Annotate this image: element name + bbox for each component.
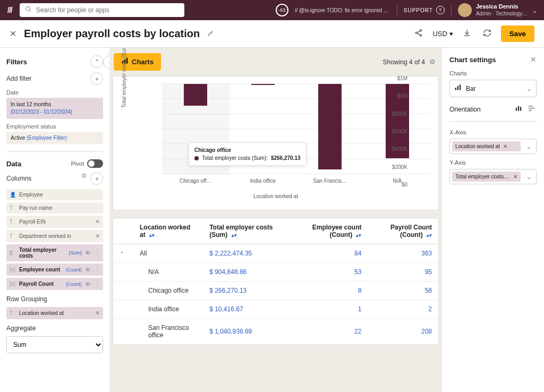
svg-rect-12 xyxy=(460,84,461,90)
column-item[interactable]: TDepartment worked in✕ xyxy=(6,230,103,242)
tooltip-color-dot xyxy=(194,156,199,160)
column-item[interactable]: [x]Payroll Count(Count)👁⋮ xyxy=(6,278,103,290)
table-header[interactable]: Employee count (Count) ▴▾ xyxy=(290,218,368,244)
user-name: Jessica Dennis xyxy=(476,3,528,10)
yaxis-select[interactable]: Total employer costs (S… ✕ ⌄ xyxy=(449,169,537,184)
remove-xaxis-icon[interactable]: ✕ xyxy=(503,143,507,149)
orientation-horizontal-icon[interactable] xyxy=(528,105,537,114)
user-menu[interactable]: Jessica Dennis Admin · Technology… ⌄ xyxy=(458,3,538,17)
column-item[interactable]: [x]Employee count(Count)👁⋮ xyxy=(6,263,103,276)
row-group-item[interactable]: T Location worked at ✕ xyxy=(6,307,103,319)
svg-rect-11 xyxy=(457,86,458,90)
table-row[interactable]: ⌃All$ 2,222,474.3584363 xyxy=(113,244,438,263)
column-type-icon: T xyxy=(10,219,16,225)
row-value[interactable]: $ 10,416.67 xyxy=(203,300,290,319)
svg-rect-17 xyxy=(529,108,535,109)
row-value[interactable]: 58 xyxy=(368,282,438,300)
currency-select[interactable]: USD ▾ xyxy=(432,30,453,38)
row-value[interactable]: 95 xyxy=(368,263,438,282)
remove-row-group-icon[interactable]: ✕ xyxy=(95,310,100,317)
remove-yaxis-icon[interactable]: ✕ xyxy=(513,174,517,180)
x-tick: San Francis… xyxy=(296,178,364,184)
search-icon xyxy=(25,6,32,14)
columns-settings-icon[interactable]: ⚙ xyxy=(81,172,87,185)
row-value[interactable]: $ 2,222,474.35 xyxy=(203,244,290,263)
column-item[interactable]: $Total employer costs(Sum)👁⋮ xyxy=(6,244,103,261)
table-row[interactable]: India office$ 10,416.6712 xyxy=(113,300,438,319)
emp-status-pill[interactable]: Active (Employee Filter) xyxy=(6,132,103,144)
counter-ring[interactable]: -63 xyxy=(276,4,288,16)
table-row[interactable]: Chicago office$ 266,270.13858 xyxy=(113,282,438,300)
sidebar-collapse-button[interactable]: ‹ xyxy=(103,55,109,69)
collapse-up-button[interactable]: ⌃ xyxy=(90,55,103,68)
visibility-icon[interactable]: 👁 xyxy=(85,267,91,273)
support-link[interactable]: SUPPORT ? xyxy=(404,6,445,14)
row-value[interactable]: 363 xyxy=(368,244,438,263)
date-filter-pill[interactable]: In last 12 months (01/12/2023 - 01/12/20… xyxy=(6,98,103,119)
edit-title-icon[interactable] xyxy=(207,29,215,38)
sort-icon[interactable]: ▴▾ xyxy=(427,233,432,238)
remove-column-icon[interactable]: ✕ xyxy=(95,218,100,225)
add-column-button[interactable]: ＋ xyxy=(90,172,103,185)
table-row[interactable]: San Francisco office$ 1,040,938.6922208 xyxy=(113,319,438,345)
row-value[interactable]: 208 xyxy=(368,319,438,345)
row-value[interactable]: 8 xyxy=(290,282,368,300)
charts-type-label: Charts xyxy=(449,70,537,76)
table-header[interactable]: Location worked at ▴▾ xyxy=(133,218,203,244)
row-value[interactable]: 84 xyxy=(290,244,368,263)
aggregate-select[interactable]: Sum xyxy=(6,336,103,353)
page-title: Employer payroll costs by location xyxy=(24,28,200,40)
xaxis-chip[interactable]: Location worked at ✕ xyxy=(452,141,521,151)
save-button[interactable]: Save xyxy=(501,25,534,42)
row-value[interactable]: $ 904,848.86 xyxy=(203,263,290,282)
collapse-row-icon[interactable]: ⌃ xyxy=(120,251,127,257)
y-tick: $1M xyxy=(397,75,407,81)
search-input-wrapper[interactable] xyxy=(20,3,184,17)
column-item[interactable]: TPayroll EIN✕ xyxy=(6,216,103,228)
row-value[interactable]: 1 xyxy=(290,300,368,319)
column-menu-icon[interactable]: ⋮ xyxy=(94,266,100,273)
data-table: Location worked at ▴▾Total employer cost… xyxy=(113,218,439,345)
column-item[interactable]: TPay run name xyxy=(6,202,103,214)
share-icon[interactable] xyxy=(412,27,425,41)
column-type-icon: 👤 xyxy=(10,192,16,198)
table-header[interactable]: Payroll Count (Count) ▴▾ xyxy=(368,218,438,244)
visibility-icon[interactable]: 👁 xyxy=(85,281,91,287)
column-menu-icon[interactable]: ⋮ xyxy=(94,250,100,257)
remove-column-icon[interactable]: ✕ xyxy=(95,233,100,240)
todo-banner[interactable]: // @ts-ignore TODO: fix error ignored du… xyxy=(295,7,390,13)
row-value[interactable]: 53 xyxy=(290,263,368,282)
filters-heading: Filters xyxy=(6,58,27,66)
xaxis-select[interactable]: Location worked at ✕ ⌄ xyxy=(449,139,537,154)
add-filter-button[interactable]: ＋ xyxy=(90,72,103,85)
chart-bar[interactable] xyxy=(296,84,364,174)
sort-icon[interactable]: ▴▾ xyxy=(149,233,155,238)
row-value[interactable]: $ 266,270.13 xyxy=(203,282,290,300)
logo-icon[interactable]: /// xyxy=(6,6,13,14)
chart-options-icon[interactable]: ⚙ xyxy=(429,58,439,66)
close-settings-icon[interactable]: ✕ xyxy=(530,55,537,64)
column-menu-icon[interactable]: ⋮ xyxy=(94,280,100,287)
row-value[interactable]: 2 xyxy=(368,300,438,319)
column-type-icon: [x] xyxy=(10,267,16,272)
chart-type-select[interactable]: Bar ⌄ xyxy=(449,80,537,97)
row-grouping-label: Row Grouping xyxy=(6,295,47,303)
sort-icon[interactable]: ▴▾ xyxy=(232,233,237,238)
refresh-icon[interactable] xyxy=(481,27,494,41)
visibility-icon[interactable]: 👁 xyxy=(85,250,91,256)
download-icon[interactable] xyxy=(461,27,473,41)
column-item[interactable]: 👤Employee xyxy=(6,189,103,200)
pivot-toggle[interactable] xyxy=(87,159,103,168)
row-value[interactable]: 22 xyxy=(290,319,368,345)
svg-rect-13 xyxy=(516,108,517,111)
yaxis-chip[interactable]: Total employer costs (S… ✕ xyxy=(452,172,521,182)
sort-icon[interactable]: ▴▾ xyxy=(356,233,361,238)
add-filter-link[interactable]: Add filter xyxy=(6,75,31,82)
table-row[interactable]: N/A$ 904,848.865395 xyxy=(113,263,438,282)
table-header[interactable]: Total employer costs (Sum) ▴▾ xyxy=(203,218,290,244)
orientation-vertical-icon[interactable] xyxy=(514,105,523,114)
text-column-icon: T xyxy=(10,310,16,316)
row-value[interactable]: $ 1,040,938.69 xyxy=(203,319,290,345)
close-icon[interactable]: ✕ xyxy=(10,29,16,39)
search-input[interactable] xyxy=(36,6,179,14)
